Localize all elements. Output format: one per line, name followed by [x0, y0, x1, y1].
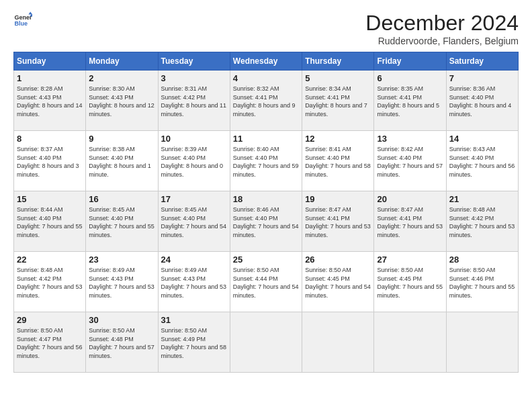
table-row: 17Sunrise: 8:45 AMSunset: 4:40 PMDayligh…: [158, 191, 230, 252]
day-info: Sunrise: 8:39 AMSunset: 4:40 PMDaylight:…: [161, 145, 227, 179]
table-row: 5Sunrise: 8:34 AMSunset: 4:41 PMDaylight…: [302, 71, 374, 131]
table-row: 18Sunrise: 8:46 AMSunset: 4:40 PMDayligh…: [230, 191, 302, 252]
day-info: Sunrise: 8:50 AMSunset: 4:45 PMDaylight:…: [377, 266, 443, 300]
day-number: 2: [89, 73, 154, 83]
table-row: 20Sunrise: 8:47 AMSunset: 4:41 PMDayligh…: [374, 191, 446, 252]
table-row: 3Sunrise: 8:31 AMSunset: 4:42 PMDaylight…: [158, 71, 230, 131]
table-row: 30Sunrise: 8:50 AMSunset: 4:48 PMDayligh…: [86, 312, 158, 373]
table-row: 31Sunrise: 8:50 AMSunset: 4:49 PMDayligh…: [158, 312, 230, 373]
day-number: 5: [305, 73, 371, 83]
day-info: Sunrise: 8:37 AMSunset: 4:40 PMDaylight:…: [17, 145, 83, 179]
table-row: 16Sunrise: 8:45 AMSunset: 4:40 PMDayligh…: [86, 191, 158, 252]
day-info: Sunrise: 8:30 AMSunset: 4:43 PMDaylight:…: [89, 85, 154, 118]
day-number: 9: [89, 134, 154, 144]
day-number: 6: [377, 73, 443, 83]
day-info: Sunrise: 8:50 AMSunset: 4:44 PMDaylight:…: [233, 266, 299, 300]
day-info: Sunrise: 8:45 AMSunset: 4:40 PMDaylight:…: [161, 205, 227, 239]
header-thursday: Thursday: [302, 52, 374, 71]
day-number: 15: [17, 194, 83, 204]
table-row: 27Sunrise: 8:50 AMSunset: 4:45 PMDayligh…: [374, 252, 446, 312]
day-number: 20: [377, 194, 443, 204]
day-number: 1: [17, 73, 83, 83]
table-row: 23Sunrise: 8:49 AMSunset: 4:43 PMDayligh…: [86, 252, 158, 312]
table-row: 10Sunrise: 8:39 AMSunset: 4:40 PMDayligh…: [158, 131, 230, 191]
table-row: 22Sunrise: 8:48 AMSunset: 4:42 PMDayligh…: [14, 252, 86, 312]
table-row: 8Sunrise: 8:37 AMSunset: 4:40 PMDaylight…: [14, 131, 86, 191]
svg-marker-2: [28, 11, 32, 14]
table-row: 14Sunrise: 8:43 AMSunset: 4:40 PMDayligh…: [446, 131, 518, 191]
day-number: 29: [17, 315, 83, 325]
day-info: Sunrise: 8:28 AMSunset: 4:43 PMDaylight:…: [17, 85, 83, 118]
month-title: December 2024: [365, 11, 519, 36]
table-row: 11Sunrise: 8:40 AMSunset: 4:40 PMDayligh…: [230, 131, 302, 191]
title-area: December 2024 Ruddervoorde, Flanders, Be…: [365, 11, 519, 46]
calendar-week-row: 1Sunrise: 8:28 AMSunset: 4:43 PMDaylight…: [14, 71, 519, 131]
day-number: 3: [161, 73, 227, 83]
day-number: 28: [449, 255, 515, 265]
day-info: Sunrise: 8:50 AMSunset: 4:47 PMDaylight:…: [17, 326, 83, 360]
logo-icon: General Blue: [13, 11, 32, 30]
day-info: Sunrise: 8:38 AMSunset: 4:40 PMDaylight:…: [89, 145, 154, 179]
day-number: 8: [17, 134, 83, 144]
day-info: Sunrise: 8:47 AMSunset: 4:41 PMDaylight:…: [305, 205, 371, 239]
weekday-header-row: Sunday Monday Tuesday Wednesday Thursday…: [14, 52, 519, 71]
day-number: 16: [89, 194, 154, 204]
calendar-week-row: 29Sunrise: 8:50 AMSunset: 4:47 PMDayligh…: [14, 312, 519, 373]
logo: General Blue General Blue: [13, 11, 32, 30]
day-info: Sunrise: 8:35 AMSunset: 4:41 PMDaylight:…: [377, 85, 443, 118]
day-info: Sunrise: 8:48 AMSunset: 4:42 PMDaylight:…: [449, 205, 515, 239]
day-number: 7: [449, 73, 515, 83]
day-number: 22: [17, 255, 83, 265]
day-info: Sunrise: 8:40 AMSunset: 4:40 PMDaylight:…: [233, 145, 299, 179]
day-info: Sunrise: 8:50 AMSunset: 4:46 PMDaylight:…: [449, 266, 515, 300]
table-row: 7Sunrise: 8:36 AMSunset: 4:40 PMDaylight…: [446, 71, 518, 131]
day-number: 10: [161, 134, 227, 144]
day-info: Sunrise: 8:47 AMSunset: 4:41 PMDaylight:…: [377, 205, 443, 239]
header-wednesday: Wednesday: [230, 52, 302, 71]
table-row: 1Sunrise: 8:28 AMSunset: 4:43 PMDaylight…: [14, 71, 86, 131]
table-row: 19Sunrise: 8:47 AMSunset: 4:41 PMDayligh…: [302, 191, 374, 252]
day-info: Sunrise: 8:43 AMSunset: 4:40 PMDaylight:…: [449, 145, 515, 179]
header-saturday: Saturday: [446, 52, 518, 71]
svg-text:General: General: [14, 14, 32, 21]
header-monday: Monday: [86, 52, 158, 71]
calendar-week-row: 8Sunrise: 8:37 AMSunset: 4:40 PMDaylight…: [14, 131, 519, 191]
day-number: 23: [89, 255, 154, 265]
day-number: 13: [377, 134, 443, 144]
svg-text:Blue: Blue: [14, 20, 28, 27]
table-row: 24Sunrise: 8:49 AMSunset: 4:43 PMDayligh…: [158, 252, 230, 312]
table-row: 25Sunrise: 8:50 AMSunset: 4:44 PMDayligh…: [230, 252, 302, 312]
day-number: 27: [377, 255, 443, 265]
day-number: 24: [161, 255, 227, 265]
day-info: Sunrise: 8:41 AMSunset: 4:40 PMDaylight:…: [305, 145, 371, 179]
day-number: 11: [233, 134, 299, 144]
day-number: 18: [233, 194, 299, 204]
table-row: 29Sunrise: 8:50 AMSunset: 4:47 PMDayligh…: [14, 312, 86, 373]
day-info: Sunrise: 8:50 AMSunset: 4:45 PMDaylight:…: [305, 266, 371, 300]
table-row: [374, 312, 446, 373]
table-row: 26Sunrise: 8:50 AMSunset: 4:45 PMDayligh…: [302, 252, 374, 312]
day-info: Sunrise: 8:49 AMSunset: 4:43 PMDaylight:…: [89, 266, 154, 300]
day-info: Sunrise: 8:50 AMSunset: 4:49 PMDaylight:…: [161, 326, 227, 360]
header-tuesday: Tuesday: [158, 52, 230, 71]
table-row: 6Sunrise: 8:35 AMSunset: 4:41 PMDaylight…: [374, 71, 446, 131]
table-row: 2Sunrise: 8:30 AMSunset: 4:43 PMDaylight…: [86, 71, 158, 131]
table-row: [302, 312, 374, 373]
table-row: 9Sunrise: 8:38 AMSunset: 4:40 PMDaylight…: [86, 131, 158, 191]
day-info: Sunrise: 8:45 AMSunset: 4:40 PMDaylight:…: [89, 205, 154, 239]
day-number: 4: [233, 73, 299, 83]
table-row: [230, 312, 302, 373]
table-row: 28Sunrise: 8:50 AMSunset: 4:46 PMDayligh…: [446, 252, 518, 312]
day-info: Sunrise: 8:48 AMSunset: 4:42 PMDaylight:…: [17, 266, 83, 300]
day-info: Sunrise: 8:50 AMSunset: 4:48 PMDaylight:…: [89, 326, 154, 360]
day-number: 26: [305, 255, 371, 265]
day-number: 21: [449, 194, 515, 204]
day-number: 14: [449, 134, 515, 144]
day-number: 12: [305, 134, 371, 144]
calendar-table: Sunday Monday Tuesday Wednesday Thursday…: [13, 52, 519, 373]
day-info: Sunrise: 8:46 AMSunset: 4:40 PMDaylight:…: [233, 205, 299, 239]
table-row: 21Sunrise: 8:48 AMSunset: 4:42 PMDayligh…: [446, 191, 518, 252]
day-info: Sunrise: 8:42 AMSunset: 4:40 PMDaylight:…: [377, 145, 443, 179]
table-row: [446, 312, 518, 373]
day-info: Sunrise: 8:44 AMSunset: 4:40 PMDaylight:…: [17, 205, 83, 239]
